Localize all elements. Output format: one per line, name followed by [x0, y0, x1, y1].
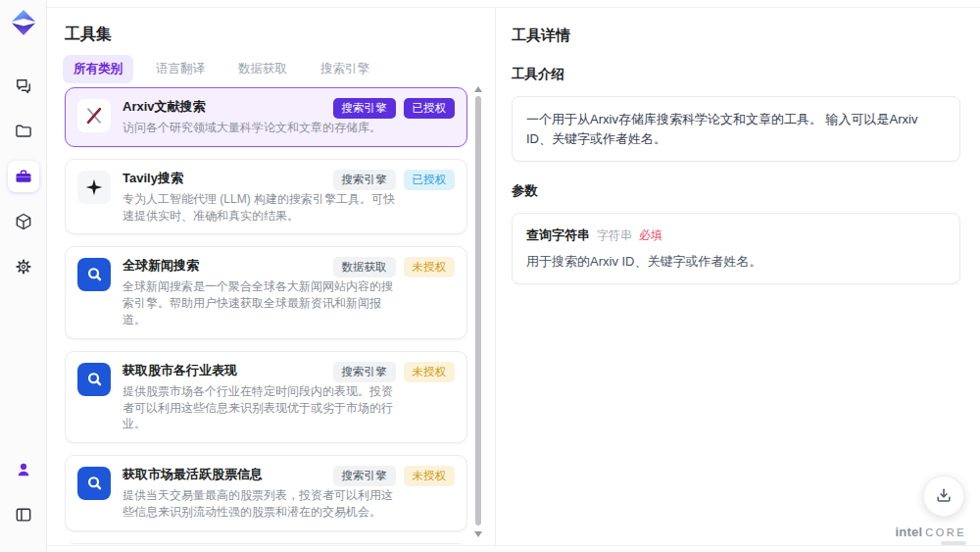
panel-toggle-icon	[14, 505, 33, 525]
user-avatar-icon	[14, 460, 33, 479]
download-button[interactable]	[923, 476, 964, 517]
category-badge: 搜索引擎	[333, 466, 396, 486]
tool-detail-panel: 工具详情 工具介绍 一个用于从Arxiv存储库搜索科学论文和文章的工具。 输入可…	[495, 8, 980, 545]
tool-card-active-stocks[interactable]: 获取市场最活跃股票信息 提供当天交易量最高的股票列表，投资者可以利用这些信息来识…	[65, 455, 467, 531]
tool-description: 专为人工智能代理 (LLM) 构建的搜索引擎工具。可快速提供实时、准确和真实的结…	[122, 191, 402, 225]
intel-wordmark: intel	[895, 525, 922, 539]
folder-icon	[14, 122, 33, 141]
intel-sub-mark	[941, 541, 966, 545]
arxiv-x-icon	[83, 105, 105, 126]
tool-list: Arxiv文献搜索 访问各个研究领域大量科学论文和文章的存储库。 搜索引擎 已授…	[65, 87, 467, 544]
auth-status-badge: 已授权	[404, 170, 456, 190]
magnifier-blue-icon	[82, 263, 106, 286]
page-title: 工具集	[65, 25, 112, 45]
scroll-up-arrow[interactable]	[474, 86, 482, 92]
magnifier-blue-icon	[82, 472, 106, 495]
auth-status-badge: 已授权	[404, 98, 456, 119]
sidebar	[0, 0, 47, 552]
parameter-header: 查询字符串 字符串 必填	[526, 226, 946, 244]
detail-title: 工具详情	[512, 26, 960, 45]
sidebar-item-chat[interactable]	[8, 71, 39, 102]
sparkle-icon	[84, 177, 104, 197]
tool-tags: 数据获取 未授权	[333, 257, 456, 277]
cube-icon	[14, 212, 33, 231]
auth-status-badge: 未授权	[404, 257, 456, 277]
tool-icon-box	[77, 99, 111, 132]
app-logo[interactable]	[9, 8, 38, 37]
parameter-name: 查询字符串	[526, 226, 590, 244]
sidebar-item-toolset[interactable]	[8, 161, 39, 192]
tab-search-engine[interactable]: 搜索引擎	[310, 55, 380, 83]
intro-box: 一个用于从Arxiv存储库搜索科学论文和文章的工具。 输入可以是Arxiv ID…	[512, 96, 960, 162]
chat-icon	[14, 76, 33, 96]
main-content: 工具集 所有类别 语言翻译 数据获取 搜索引擎 A	[47, 7, 980, 546]
intel-core-logo: intel core	[895, 525, 966, 545]
parameter-type: 字符串	[597, 227, 632, 244]
sidebar-item-panel-toggle[interactable]	[8, 499, 39, 530]
tab-data-fetch[interactable]: 数据获取	[227, 55, 298, 83]
category-badge: 搜索引擎	[333, 170, 396, 190]
category-badge: 数据获取	[333, 257, 396, 277]
download-icon	[934, 486, 954, 506]
sidebar-item-user[interactable]	[8, 454, 39, 485]
intel-core-text: intel core	[895, 525, 966, 539]
auth-status-badge: 未授权	[404, 466, 456, 486]
list-scrollbar	[474, 86, 482, 537]
tool-tags: 搜索引擎 已授权	[333, 98, 456, 119]
parameter-required-badge: 必填	[639, 227, 662, 244]
tool-card-stock-industry[interactable]: 获取股市各行业表现 提供股票市场各个行业在特定时间段内的表现。投资者可以利用这些…	[65, 351, 467, 443]
category-badge: 搜索引擎	[333, 98, 396, 119]
tool-description: 提供当天交易量最高的股票列表，投资者可以利用这些信息来识别流动性强的股票和潜在的…	[122, 487, 402, 521]
diamond-logo-icon	[10, 9, 37, 36]
app-window: 工具集 所有类别 语言翻译 数据获取 搜索引擎 A	[0, 0, 980, 552]
tool-list-panel: 工具集 所有类别 语言翻译 数据获取 搜索引擎 A	[47, 8, 495, 545]
tool-icon-box	[77, 171, 111, 204]
tab-all-categories[interactable]: 所有类别	[63, 55, 133, 83]
tool-card-arxiv[interactable]: Arxiv文献搜索 访问各个研究领域大量科学论文和文章的存储库。 搜索引擎 已授…	[65, 87, 467, 147]
tool-description: 全球新闻搜索是一个聚合全球各大新闻网站内容的搜索引擎。帮助用户快速获取全球最新资…	[122, 278, 402, 327]
scrollbar-thumb[interactable]	[475, 96, 481, 526]
tool-tags: 搜索引擎 未授权	[333, 466, 456, 486]
toolbox-icon	[14, 167, 33, 186]
auth-status-badge: 未授权	[404, 362, 456, 382]
magnifier-blue-icon	[82, 368, 106, 391]
intro-text: 一个用于从Arxiv存储库搜索科学论文和文章的工具。 输入可以是Arxiv ID…	[526, 110, 946, 148]
tool-icon-box	[77, 258, 111, 291]
parameter-description: 用于搜索的Arxiv ID、关键字或作者姓名。	[526, 253, 946, 271]
intro-heading: 工具介绍	[512, 66, 960, 83]
gear-icon	[14, 257, 33, 276]
tool-icon-box	[77, 467, 111, 500]
category-badge: 搜索引擎	[333, 362, 396, 382]
tool-card-global-news[interactable]: 全球新闻搜索 全球新闻搜索是一个聚合全球各大新闻网站内容的搜索引擎。帮助用户快速…	[65, 246, 467, 338]
tool-tags: 搜索引擎 未授权	[333, 362, 456, 382]
tool-card-tavily[interactable]: Tavily搜索 专为人工智能代理 (LLM) 构建的搜索引擎工具。可快速提供实…	[65, 159, 467, 235]
tab-language-translation[interactable]: 语言翻译	[145, 55, 216, 83]
parameter-box: 查询字符串 字符串 必填 用于搜索的Arxiv ID、关键字或作者姓名。	[512, 213, 960, 284]
tool-card-regional-news[interactable]: 万维地区新闻查询 查询具体行政区划内的新闻，快速了解各地新闻动态。 搜索引擎 未…	[65, 543, 467, 544]
tool-description: 提供股票市场各个行业在特定时间段内的表现。投资者可以利用这些信息来识别表现优于或…	[122, 383, 402, 432]
sidebar-item-packages[interactable]	[8, 206, 39, 237]
scroll-down-arrow[interactable]	[474, 531, 482, 537]
tool-tags: 搜索引擎 已授权	[333, 170, 456, 190]
sidebar-item-settings[interactable]	[8, 251, 39, 282]
params-heading: 参数	[512, 182, 960, 200]
sidebar-item-files[interactable]	[8, 116, 39, 147]
category-tabs: 所有类别 语言翻译 数据获取 搜索引擎	[63, 55, 380, 83]
tool-icon-box	[77, 363, 111, 396]
tool-description: 访问各个研究领域大量科学论文和文章的存储库。	[122, 120, 402, 136]
core-wordmark: core	[925, 527, 966, 538]
